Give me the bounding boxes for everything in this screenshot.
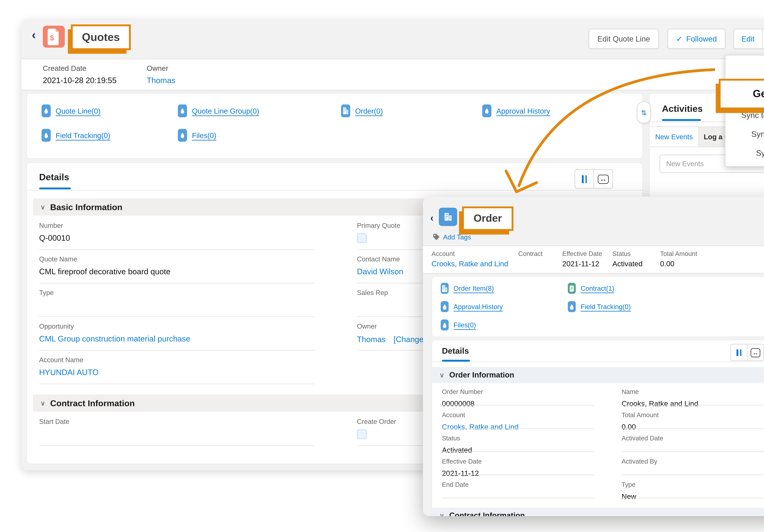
summary-field-label: Total Amount — [660, 250, 697, 257]
field-value[interactable]: Crooks, Ratke and Lind — [442, 423, 595, 432]
checkbox-primary-quote[interactable] — [357, 233, 367, 243]
expand-fields-button[interactable]: ↔ — [747, 344, 764, 361]
back-chevron-icon[interactable]: ‹ — [32, 28, 36, 42]
related-list-link[interactable]: Files(0) — [178, 129, 216, 142]
field-value — [39, 301, 314, 310]
record-highlights-row: Created Date 2021-10-28 20:19:55 Owner T… — [21, 59, 764, 90]
summary-field-label: Status — [612, 250, 643, 257]
summary-field-value: 0.00 — [660, 260, 697, 268]
related-list-label: Order Item(8) — [454, 285, 494, 292]
activity-tab-new-events[interactable]: New Events — [650, 127, 698, 147]
field-value: New — [622, 492, 764, 501]
followed-label: Followed — [686, 35, 717, 43]
back-chevron-icon[interactable]: ‹ — [430, 212, 434, 223]
expand-fields-button[interactable]: ↔ — [594, 169, 613, 189]
related-list-label: Quote Line(0) — [56, 107, 100, 115]
page-title: Quotes — [71, 24, 131, 50]
field-divider — [39, 445, 314, 446]
field-value: 2021-11-12 — [442, 469, 595, 478]
field-label: Activated Date — [622, 434, 764, 442]
expand-icon: ↔ — [598, 174, 609, 184]
menu-item-generate-order[interactable]: Generate Order — [719, 79, 764, 109]
popup-title-text: Order — [474, 212, 502, 225]
related-list-label: Field Tracking(0) — [56, 131, 110, 140]
field-label: Opportunity — [39, 323, 314, 330]
related-list-label: Approval History — [454, 303, 503, 310]
field-value — [442, 492, 595, 501]
related-lists-card: Order Item(8)Approval HistoryFiles(0)Con… — [432, 276, 764, 337]
section-header[interactable]: ∨Order Information — [432, 367, 764, 383]
related-list-link[interactable]: Field Tracking(0) — [42, 129, 110, 142]
related-list-link[interactable]: Approval History — [482, 104, 550, 117]
pause-feed-button[interactable] — [730, 344, 747, 361]
owner-link[interactable]: Thomas — [147, 76, 175, 85]
field-label: Status — [442, 434, 595, 442]
collapse-panel-toggle[interactable]: ⇄ — [637, 101, 651, 123]
field-value: 00000008 — [442, 399, 595, 409]
field-divider — [442, 405, 595, 406]
activities-tab[interactable]: Activities — [662, 103, 703, 114]
summary-field-value[interactable]: Crooks, Ratke and Lind — [432, 260, 508, 268]
field-value: Q-00010 — [39, 233, 314, 243]
section-title: Basic Information — [50, 202, 122, 212]
field-value: 0.00 — [622, 423, 764, 432]
field-label: End Date — [442, 481, 595, 488]
add-tags-link[interactable]: Add Tags — [433, 233, 471, 241]
related-list-label: Order(0) — [355, 107, 383, 115]
edit-button[interactable]: Edit — [734, 29, 762, 48]
field-value: Activated — [442, 446, 595, 455]
field-value[interactable]: HYUNDAI AUTO — [39, 368, 314, 377]
field-divider — [622, 474, 764, 475]
field-divider — [39, 249, 314, 250]
followed-button[interactable]: ✓ Followed — [668, 29, 725, 49]
section-header[interactable]: ∨Contract Information — [432, 508, 764, 516]
screenshot-canvas: ‹ $ Quotes Edit Quote Line ✓ Followed Ed… — [0, 0, 764, 532]
pause-feed-button[interactable] — [575, 169, 594, 189]
check-icon: ✓ — [676, 34, 682, 43]
details-tab[interactable]: Details — [39, 172, 69, 182]
details-tab[interactable]: Details — [442, 346, 469, 355]
building-icon — [443, 211, 454, 222]
menu-item-sync-to-opportunity[interactable]: Sync to Opportunity — [725, 144, 764, 163]
drop-icon — [441, 301, 449, 312]
field-label: Number — [39, 222, 314, 229]
order-object-icon — [439, 208, 457, 226]
active-tab-underline — [442, 360, 470, 361]
related-list-label: Files(0) — [192, 131, 216, 140]
field-divider — [39, 317, 314, 317]
field-divider — [442, 452, 595, 452]
related-list-link[interactable]: Quote Line(0) — [42, 104, 100, 117]
related-list-link[interactable]: Order Item(8) — [441, 283, 494, 294]
record-action-group: Edit Delete Clone ▼ — [733, 29, 764, 49]
field-divider — [39, 350, 314, 350]
summary-field-label: Owner — [147, 64, 175, 73]
related-list-link[interactable]: Field Tracking(0) — [568, 301, 631, 312]
edit-quote-line-button[interactable]: Edit Quote Line — [589, 29, 659, 49]
field-label: Account Name — [39, 356, 314, 363]
chevron-down-icon: ∨ — [440, 371, 444, 379]
related-list-link[interactable]: Quote Line Group(0) — [178, 104, 259, 117]
drop-icon — [178, 129, 187, 142]
drop-icon — [178, 104, 187, 117]
menu-item-sharing[interactable]: Sharing — [725, 59, 764, 77]
field-value[interactable]: CML Group construction material purchase — [39, 334, 314, 344]
page-title-text: Quotes — [82, 31, 120, 44]
field-label: Effective Date — [442, 458, 595, 465]
chevron-down-icon: ∨ — [40, 203, 45, 211]
menu-item-sync-from-opportunity[interactable]: Sync from Opportunity — [725, 125, 764, 144]
field-divider — [39, 283, 314, 283]
field-value — [622, 446, 764, 455]
checkbox-create-order[interactable] — [357, 429, 367, 439]
related-list-link[interactable]: Files(0) — [441, 320, 476, 331]
details-card: Details ↔ ∨Order InformationOrder Number… — [432, 339, 764, 516]
related-list-label: Field Tracking(0) — [581, 303, 631, 310]
field-divider — [442, 428, 595, 429]
related-list-link[interactable]: Order(0) — [341, 104, 383, 117]
tag-icon — [433, 233, 440, 241]
related-list-link[interactable]: Approval History — [441, 301, 503, 312]
related-list-link[interactable]: Contract(1) — [568, 283, 614, 294]
field-value: Crooks, Ratke and Lind — [622, 399, 764, 409]
delete-button[interactable]: Delete — [762, 29, 764, 48]
related-list-label: Approval History — [496, 107, 550, 115]
add-tags-label: Add Tags — [443, 233, 471, 241]
